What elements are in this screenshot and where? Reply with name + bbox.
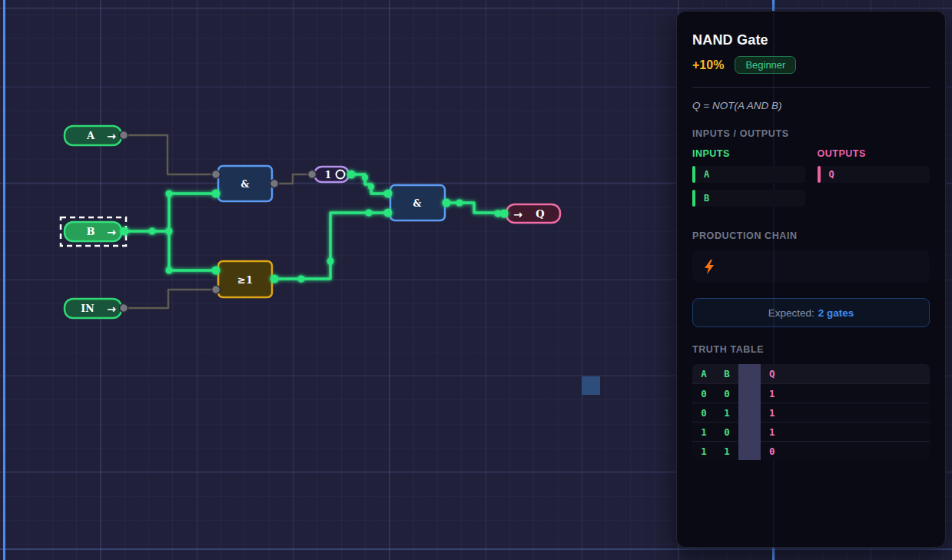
- junction-dots-active: [149, 174, 502, 283]
- arrow-icon: →: [107, 130, 116, 142]
- outputs-label: OUTPUTS: [818, 148, 930, 159]
- tt-cell: 1: [692, 426, 715, 438]
- wire-and1-to-not1: [274, 174, 310, 184]
- node-input-b-label: B: [87, 226, 95, 237]
- pin-and1-in-bottom[interactable]: [212, 190, 221, 198]
- node-gate-and-1[interactable]: &: [218, 166, 272, 201]
- pin-or1-in-bottom[interactable]: [212, 286, 221, 294]
- tt-header-a: A: [692, 368, 715, 379]
- wire-group-inactive: [124, 135, 310, 308]
- wire-or1-to-and2: [274, 213, 386, 279]
- node-gate-or-1-label: ≥1: [237, 274, 253, 286]
- outputs-column: OUTPUTS Q: [818, 148, 930, 214]
- table-row: 0 0 1: [692, 383, 930, 403]
- tt-cell: 1: [715, 407, 738, 419]
- formula-text: Q = NOT(A AND B): [692, 100, 930, 111]
- pin-and1-out[interactable]: [270, 180, 279, 188]
- output-row-q: Q: [818, 166, 930, 183]
- wire-not1-to-and2: [351, 174, 386, 194]
- pin-q-in[interactable]: [500, 210, 509, 218]
- wire-in-to-or1: [124, 290, 214, 308]
- pin-in-out[interactable]: [120, 304, 128, 313]
- node-input-a-label: A: [86, 130, 95, 141]
- grid-cell-highlight: [582, 376, 600, 395]
- input-row-b-label: B: [704, 193, 709, 204]
- arrow-icon: →: [107, 226, 116, 238]
- table-row: 1 1 0: [692, 441, 930, 460]
- pin-or1-out[interactable]: [270, 275, 279, 283]
- tt-cell: 1: [769, 407, 775, 419]
- expected-gates-box: Expected: 2 gates: [692, 298, 930, 327]
- node-gate-and-2-label: &: [413, 198, 422, 209]
- pins-active[interactable]: [121, 171, 509, 283]
- truth-table-divider-column: [738, 364, 761, 460]
- pin-and2-out[interactable]: [443, 199, 451, 207]
- tt-cell: 0: [769, 446, 775, 457]
- node-input-in-label: IN: [81, 303, 94, 314]
- lightning-bolt-icon: [704, 260, 715, 274]
- production-chain-box: [692, 250, 930, 283]
- tt-cell: 1: [769, 426, 775, 438]
- wire-a-to-and1: [124, 135, 214, 174]
- io-section-header: INPUTS / OUTPUTS: [692, 128, 930, 139]
- input-row-a-label: A: [704, 169, 709, 180]
- pin-not1-out[interactable]: [347, 171, 356, 179]
- table-row: 1 0 1: [692, 422, 930, 441]
- arrow-icon: →: [107, 303, 116, 315]
- tt-cell: 1: [715, 446, 738, 457]
- pin-and2-in-top[interactable]: [384, 190, 393, 198]
- production-chain-header: PRODUCTION CHAIN: [692, 230, 930, 241]
- tt-cell: 0: [692, 388, 715, 399]
- node-output-q[interactable]: → Q: [506, 204, 560, 223]
- truth-table-head-row: A B Q: [692, 364, 930, 383]
- arrow-icon: →: [513, 208, 522, 220]
- tt-cell: 1: [769, 388, 775, 399]
- pin-b-out[interactable]: [121, 227, 129, 236]
- node-input-in[interactable]: IN →: [65, 299, 121, 318]
- expected-label: Expected:: [768, 307, 814, 319]
- divider: [692, 87, 930, 88]
- node-gate-and-2[interactable]: &: [390, 185, 445, 220]
- inverter-bubble-icon: [337, 171, 345, 179]
- reward-row: +10% Beginner: [692, 56, 930, 74]
- node-output-q-label: Q: [536, 208, 544, 220]
- pin-not1-in[interactable]: [308, 171, 317, 179]
- pin-and1-in-top[interactable]: [212, 171, 221, 179]
- node-gate-or-1[interactable]: ≥1: [218, 261, 272, 297]
- input-row-a: A: [692, 166, 805, 183]
- wire-and2-to-q: [446, 203, 502, 213]
- tt-header-b: B: [715, 368, 738, 379]
- page-title: NAND Gate: [692, 32, 930, 48]
- input-row-b: B: [692, 190, 805, 207]
- pin-a-out[interactable]: [120, 131, 128, 140]
- output-row-q-label: Q: [829, 169, 834, 180]
- inputs-column: INPUTS A B: [692, 148, 805, 214]
- truth-table: A B Q 0 0 1 0 1 1 1 0 1: [692, 364, 930, 460]
- node-input-b[interactable]: B →: [61, 217, 126, 246]
- expected-value: 2 gates: [818, 307, 854, 319]
- difficulty-badge: Beginner: [735, 56, 796, 74]
- tt-header-q: Q: [769, 368, 775, 379]
- node-gate-not-1[interactable]: 1: [314, 167, 349, 182]
- tt-cell: 0: [692, 407, 715, 419]
- truth-table-header: TRUTH TABLE: [692, 344, 930, 355]
- io-grid: INPUTS A B OUTPUTS Q: [692, 148, 930, 214]
- tt-cell: 0: [715, 388, 738, 399]
- reward-percent: +10%: [692, 58, 724, 72]
- tt-cell: 0: [715, 426, 738, 438]
- pin-and2-in-bottom[interactable]: [384, 209, 393, 217]
- node-input-a[interactable]: A →: [65, 126, 121, 145]
- inputs-label: INPUTS: [692, 148, 805, 159]
- node-gate-not-1-label: 1: [325, 170, 331, 181]
- challenge-panel: NAND Gate +10% Beginner Q = NOT(A AND B)…: [676, 11, 946, 548]
- node-gate-and-1-label: &: [241, 179, 250, 190]
- pin-or1-in-top[interactable]: [212, 267, 221, 275]
- tt-cell: 1: [692, 446, 715, 457]
- table-row: 0 1 1: [692, 403, 930, 422]
- app-window: A → B → IN → & 1 &: [0, 0, 952, 560]
